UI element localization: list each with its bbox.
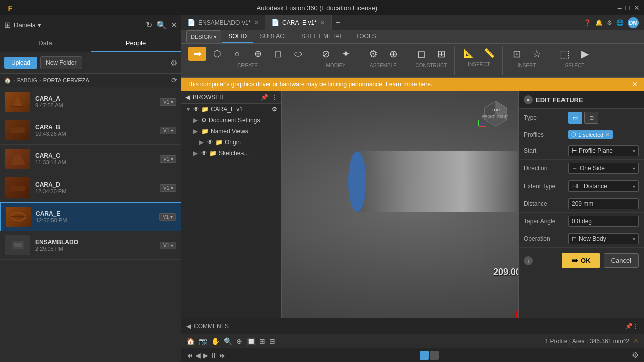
tab-ensamblado[interactable]: 📄 ENSAMBLADO v1* ✕ — [181, 15, 265, 30]
expand-icon[interactable]: ▶ — [193, 128, 199, 135]
extent-type-control[interactable]: ⊣⊢ Distance ▾ — [568, 180, 639, 192]
taper-angle-input[interactable]: 0.0 deg — [568, 216, 639, 227]
modify-btn-1[interactable]: ⊘ — [316, 47, 335, 61]
inspect-btn-2[interactable]: 📏 — [480, 47, 498, 60]
nav-icon-1[interactable]: 🏠 — [186, 337, 195, 345]
notification-close-button[interactable]: ✕ — [632, 80, 638, 88]
collapse-icon[interactable]: ◀ — [186, 323, 191, 330]
new-folder-button[interactable]: New Folder — [40, 56, 82, 69]
insert-btn-1[interactable]: ⊡ — [508, 47, 526, 61]
create-btn-5[interactable]: ◻ — [269, 47, 287, 60]
ok-button[interactable]: ➡ OK — [562, 253, 600, 268]
browser-item[interactable]: ▶ 📁 Named Views — [181, 126, 281, 137]
play-button[interactable]: ▶ — [203, 351, 208, 359]
pin-icon[interactable]: 📌 — [625, 323, 633, 330]
nav-icon-7[interactable]: ⊞ — [259, 337, 265, 345]
ribbon-tab-solid[interactable]: SOLID — [222, 30, 253, 43]
settings-icon[interactable]: ⚙ — [607, 19, 612, 26]
expand-icon[interactable]: ▶ — [193, 150, 199, 157]
browser-menu-icon[interactable]: ⋮ — [271, 94, 277, 101]
browser-root[interactable]: ▼ 👁 📁 CARA_E v1 ⚙ — [181, 104, 281, 115]
ribbon-tab-tools[interactable]: TOOLS — [350, 30, 382, 43]
settings-icon[interactable]: ⚙ — [632, 350, 639, 360]
select-btn-2[interactable]: ▶ — [576, 47, 594, 61]
breadcrumb-fabdig[interactable]: FABDIG — [17, 77, 37, 83]
info-button[interactable]: ● — [524, 95, 533, 104]
create-btn-4[interactable]: ⊕ — [249, 47, 267, 60]
expand-icon[interactable]: ▶ — [199, 139, 205, 146]
browser-pin-icon[interactable]: 📌 — [261, 94, 268, 101]
settings-icon[interactable]: ⚙ — [170, 58, 177, 68]
sync-icon[interactable]: ⟳ — [171, 76, 177, 84]
search-icon[interactable]: 🔍 — [156, 20, 167, 30]
skip-start-button[interactable]: ⏮ — [186, 351, 193, 359]
help-icon[interactable]: ❓ — [584, 19, 591, 26]
operation-control[interactable]: ◻ New Body ▾ — [568, 233, 639, 244]
settings-icon[interactable]: ⚙ — [272, 106, 277, 113]
select-btn-1[interactable]: ⬚ — [555, 47, 574, 61]
collapse-icon[interactable]: ◀ — [185, 94, 190, 101]
expand-icon[interactable]: ▶ — [193, 117, 199, 124]
browser-item[interactable]: ▶ 👁 📁 Sketches... — [181, 148, 281, 159]
close-button[interactable]: ✕ — [634, 4, 640, 12]
network-icon[interactable]: 🌐 — [616, 19, 624, 26]
create-btn-3[interactable]: ○ — [228, 48, 247, 60]
nav-icon-2[interactable]: 📷 — [199, 337, 207, 345]
insert-btn-2[interactable]: ☆ — [528, 47, 546, 61]
refresh-icon[interactable]: ↻ — [146, 20, 152, 30]
eye-icon[interactable]: 👁 — [207, 139, 213, 146]
add-tab-button[interactable]: + — [332, 18, 344, 27]
cancel-button[interactable]: Cancel — [604, 253, 639, 268]
home-icon[interactable]: 🏠 — [4, 77, 11, 84]
feature-info-button[interactable]: i — [524, 256, 533, 265]
user-dropdown[interactable]: Daniela ▾ — [14, 21, 41, 29]
distance-input[interactable]: 209 mm — [568, 198, 639, 209]
prev-button[interactable]: ◀ — [195, 351, 201, 359]
tab-people[interactable]: People — [91, 35, 181, 52]
browser-item[interactable]: ▶ ⚙ Document Settings — [181, 115, 281, 126]
list-item[interactable]: CARA_C 11:33:14 AM V1 ▾ — [0, 145, 181, 173]
nav-icon-8[interactable]: ⊟ — [269, 337, 275, 345]
measure-btn[interactable]: 📐 — [460, 47, 478, 60]
tab-close-icon[interactable]: ✕ — [320, 19, 325, 26]
profile-remove-icon[interactable]: ✕ — [605, 131, 610, 138]
ribbon-tab-sheet-metal[interactable]: SHEET METAL — [295, 30, 349, 43]
assemble-btn-1[interactable]: ⚙ — [364, 47, 382, 61]
maximize-button[interactable]: □ — [626, 4, 630, 12]
viewport[interactable]: ◀ BROWSER 📌 ⋮ ▼ 👁 📁 CARA_E v1 ⚙ — [181, 91, 644, 318]
tab-data[interactable]: Data — [0, 35, 91, 52]
close-icon[interactable]: ✕ — [171, 20, 177, 30]
extrude-button[interactable]: ➡ — [188, 47, 206, 61]
upload-button[interactable]: Upload — [4, 57, 37, 69]
tab-cara-e[interactable]: 📄 CARA_E v1* ✕ — [265, 15, 332, 30]
nav-icon-4[interactable]: 🔍 — [224, 337, 232, 345]
type-btn-1[interactable]: ▭ — [568, 112, 582, 124]
nav-icon-6[interactable]: 🔲 — [247, 337, 255, 345]
construct-btn-2[interactable]: ⊞ — [432, 47, 450, 61]
nav-icon-3[interactable]: ✋ — [211, 337, 220, 345]
modify-btn-2[interactable]: ✦ — [337, 47, 355, 61]
tab-close-icon[interactable]: ✕ — [254, 19, 259, 26]
timeline-square-2[interactable] — [430, 351, 439, 360]
notification-icon[interactable]: 🔔 — [595, 19, 603, 26]
list-item[interactable]: CARA_D 12:34:20 PM V1 ▾ — [0, 173, 181, 202]
expand-icon[interactable]: ▼ — [185, 106, 191, 113]
pause-button[interactable]: ⏸ — [210, 351, 217, 359]
assemble-btn-2[interactable]: ⊕ — [384, 47, 403, 61]
nav-icon-5[interactable]: ⊕ — [236, 337, 243, 345]
list-item[interactable]: CARA_E 12:56:50 PM V1 ▾ — [0, 202, 181, 231]
start-control[interactable]: ⊢ Profile Plane ▾ — [568, 145, 639, 156]
timeline-square-1[interactable] — [420, 351, 429, 360]
notification-link[interactable]: Learn more here. — [386, 81, 432, 88]
avatar[interactable]: DM — [628, 17, 639, 28]
skip-end-button[interactable]: ⏭ — [219, 351, 226, 359]
menu-icon[interactable]: ⋮ — [633, 323, 639, 330]
browser-item[interactable]: ▶ 👁 📁 Origin — [181, 137, 281, 148]
list-item[interactable]: CARA_A 9:47:58 AM V1 ▾ — [0, 87, 181, 116]
ribbon-tab-surface[interactable]: SURFACE — [254, 30, 294, 43]
design-dropdown[interactable]: DESIGN ▾ — [186, 30, 221, 43]
minimize-button[interactable]: – — [618, 4, 622, 12]
eye-icon[interactable]: 👁 — [193, 106, 199, 113]
list-item[interactable]: CARA_B 10:43:26 AM V1 ▾ — [0, 116, 181, 145]
type-btn-2[interactable]: ⊡ — [584, 112, 598, 124]
